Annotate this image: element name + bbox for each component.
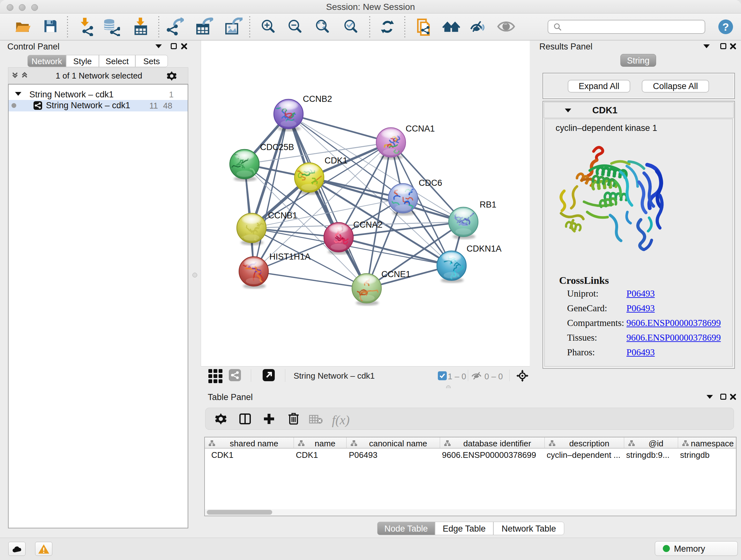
svg-text:CDK1: CDK1 [325, 156, 347, 165]
svg-text:HIST1H1A: HIST1H1A [269, 252, 311, 261]
svg-text:CDC25B: CDC25B [260, 142, 294, 152]
svg-text:RB1: RB1 [480, 200, 496, 209]
svg-text:CDC6: CDC6 [419, 178, 442, 188]
svg-text:CCNB1: CCNB1 [268, 211, 297, 220]
svg-text:CCNE1: CCNE1 [381, 269, 411, 279]
svg-text:CCNA1: CCNA1 [406, 124, 435, 133]
svg-text:CCNB2: CCNB2 [303, 94, 332, 104]
svg-text:CCNA2: CCNA2 [353, 220, 383, 230]
svg-text:CDKN1A: CDKN1A [467, 244, 502, 253]
